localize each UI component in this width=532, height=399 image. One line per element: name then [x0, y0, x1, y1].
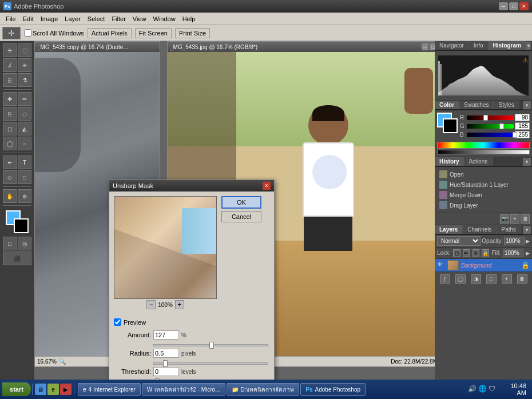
- print-size-button[interactable]: Print Size: [175, 28, 210, 38]
- layer-style-btn[interactable]: ƒ: [440, 274, 450, 284]
- close-button[interactable]: ✕: [519, 2, 529, 10]
- hand-tool[interactable]: ✋: [3, 189, 17, 203]
- magic-wand-tool[interactable]: ✳: [18, 58, 31, 72]
- color-spectrum-bar[interactable]: [437, 142, 530, 149]
- shape-tool[interactable]: □: [18, 170, 31, 184]
- quick-mask-mode[interactable]: ◎: [18, 237, 31, 250]
- path-tool[interactable]: ◇: [3, 170, 17, 184]
- radius-slider-thumb[interactable]: [163, 360, 168, 367]
- menu-image[interactable]: Image: [37, 14, 62, 23]
- r-value-input[interactable]: [515, 114, 530, 121]
- unsharp-ok-button[interactable]: OK: [221, 196, 261, 209]
- nav-panel-collapse[interactable]: ▼: [526, 42, 531, 50]
- tab-styles[interactable]: Styles: [494, 101, 519, 109]
- menu-filter[interactable]: Filter: [108, 14, 129, 23]
- history-item-hue[interactable]: Hue/Saturation 1 Layer: [437, 179, 530, 190]
- amount-slider-track[interactable]: [153, 344, 268, 346]
- lock-paint-btn[interactable]: ✏: [463, 249, 470, 257]
- browser-quick-launch[interactable]: e: [47, 384, 59, 395]
- opacity-input[interactable]: [504, 237, 525, 245]
- b-value-input[interactable]: [515, 131, 530, 138]
- background-color[interactable]: [14, 218, 29, 233]
- tab-swatches[interactable]: Swatches: [459, 101, 494, 109]
- threshold-input[interactable]: [153, 367, 179, 376]
- tab-info[interactable]: Info: [469, 41, 489, 50]
- history-item-merge[interactable]: Merge Down: [437, 190, 530, 200]
- zoom-out-btn[interactable]: −: [146, 300, 156, 309]
- start-button[interactable]: start: [2, 382, 31, 396]
- tab-navigator[interactable]: Navigator: [435, 41, 469, 50]
- layer-adjustment-btn[interactable]: ◑: [471, 274, 481, 284]
- history-new-doc-btn[interactable]: +: [510, 214, 519, 224]
- layer-mask-btn[interactable]: ◯: [455, 274, 466, 284]
- lasso-tool[interactable]: ⵃ: [3, 58, 17, 72]
- eraser-tool[interactable]: ◻: [3, 122, 17, 135]
- tab-histogram[interactable]: Histogram: [489, 41, 526, 50]
- standard-mode[interactable]: □: [3, 237, 17, 250]
- opacity-arrow[interactable]: ▶: [526, 238, 530, 244]
- zoom-tool[interactable]: ⊕: [18, 189, 31, 203]
- tab-layers[interactable]: Layers: [435, 225, 463, 234]
- unsharp-preview[interactable]: [114, 196, 217, 299]
- preview-checkbox[interactable]: [114, 318, 121, 326]
- unsharp-cancel-button[interactable]: Cancel: [221, 211, 261, 222]
- taskbar-ie[interactable]: e 4 Internet Explorer: [78, 383, 141, 396]
- dodge-tool[interactable]: ○: [18, 137, 31, 150]
- tab-history[interactable]: History: [435, 157, 464, 166]
- show-desktop-btn[interactable]: 🖥: [35, 384, 46, 395]
- brush-tool[interactable]: ✏: [18, 92, 31, 106]
- main-doc-maximize[interactable]: □: [430, 43, 435, 50]
- b-slider-thumb[interactable]: [513, 132, 517, 138]
- layer-group-btn[interactable]: □: [486, 274, 497, 284]
- maximize-button[interactable]: □: [509, 2, 518, 10]
- media-quick-launch[interactable]: ▶: [60, 384, 72, 395]
- layer-delete-btn[interactable]: 🗑: [517, 274, 527, 284]
- fill-input[interactable]: [503, 249, 523, 257]
- lock-move-btn[interactable]: ✛: [473, 249, 480, 257]
- amount-slider-thumb[interactable]: [209, 342, 214, 349]
- history-panel-collapse[interactable]: ▼: [523, 158, 531, 166]
- layer-item-background[interactable]: 👁 Background 🔒: [435, 259, 532, 272]
- g-value-input[interactable]: [515, 122, 530, 130]
- history-brush-tool[interactable]: ◌: [18, 107, 31, 121]
- menu-select[interactable]: Select: [84, 14, 109, 23]
- heal-tool[interactable]: ✚: [3, 92, 17, 106]
- lock-transparent-btn[interactable]: ◻: [453, 249, 460, 257]
- layer-eye-icon[interactable]: 👁: [437, 261, 445, 269]
- pen-tool[interactable]: ✒: [3, 155, 17, 169]
- history-snapshot-btn[interactable]: 📷: [500, 214, 509, 224]
- main-doc-minimize[interactable]: ─: [422, 43, 428, 50]
- tab-actions[interactable]: Actions: [464, 157, 493, 166]
- move-tool[interactable]: ✛: [3, 43, 17, 57]
- zoom-in-btn[interactable]: +: [175, 300, 184, 309]
- menu-file[interactable]: File: [2, 14, 19, 23]
- clone-tool[interactable]: ⎘: [3, 107, 17, 121]
- menu-layer[interactable]: Layer: [61, 14, 84, 23]
- menu-window[interactable]: Window: [150, 14, 179, 23]
- layer-new-btn[interactable]: +: [502, 274, 512, 284]
- radius-slider-track[interactable]: [153, 362, 268, 365]
- crop-tool[interactable]: ⌸: [3, 73, 17, 87]
- marquee-tool[interactable]: ⬚: [18, 43, 31, 57]
- layer-mode-select[interactable]: Normal Multiply Screen: [437, 236, 481, 246]
- history-item-drag[interactable]: Drag Layer: [437, 200, 530, 210]
- menu-view[interactable]: View: [129, 14, 150, 23]
- fill-arrow[interactable]: ▶: [526, 250, 530, 256]
- gradient-tool[interactable]: ◭: [18, 122, 31, 135]
- r-slider-thumb[interactable]: [483, 115, 488, 121]
- layers-panel-collapse[interactable]: ▼: [523, 226, 531, 234]
- history-delete-btn[interactable]: 🗑: [521, 214, 530, 224]
- tab-color[interactable]: Color: [435, 101, 459, 109]
- taskbar-folder[interactable]: 📁 D:\เทคนิคการจัดภาพ: [227, 383, 300, 396]
- taskbar-word[interactable]: W เทคนิคฟาร์มัวร์2 - Micro...: [142, 383, 225, 396]
- color-panel-collapse[interactable]: ▼: [523, 101, 531, 109]
- grayscale-bar[interactable]: [437, 150, 530, 154]
- lock-all-btn[interactable]: 🔒: [482, 249, 489, 257]
- minimize-button[interactable]: ─: [499, 2, 508, 10]
- menu-edit[interactable]: Edit: [19, 14, 37, 23]
- unsharp-dialog-close[interactable]: ✕: [263, 182, 271, 190]
- scroll-all-checkbox[interactable]: [24, 29, 31, 37]
- scroll-all-windows-label[interactable]: Scroll All Windows: [24, 29, 84, 37]
- bg-color-swatch[interactable]: [443, 118, 458, 133]
- actual-pixels-button[interactable]: Actual Pixels: [88, 28, 132, 38]
